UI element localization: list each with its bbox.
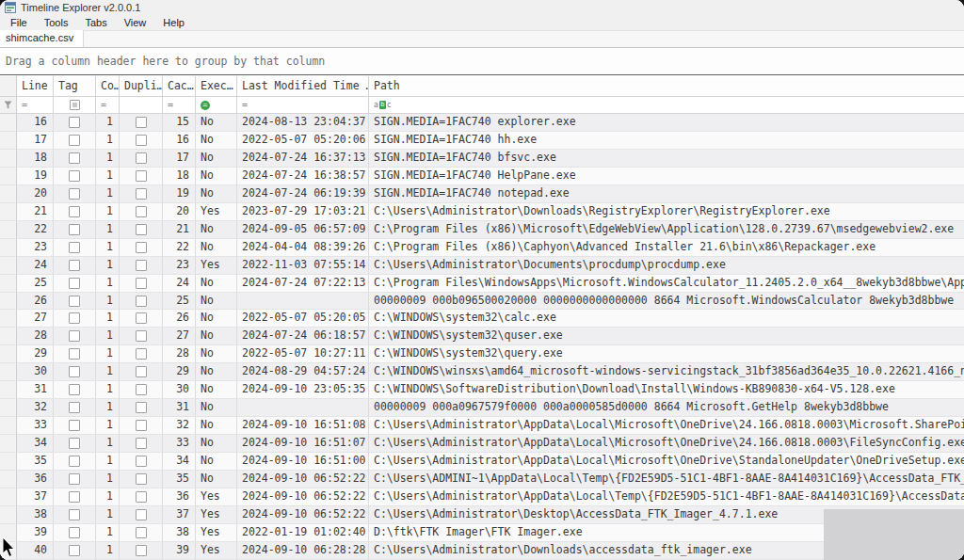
tag-checkbox[interactable]: [69, 545, 80, 556]
table-row[interactable]: 21 1 20 Yes 2023-07-29 17:03:21 C:\Users…: [0, 203, 964, 221]
tag-checkbox[interactable]: [69, 242, 80, 253]
tag-checkbox[interactable]: [69, 348, 80, 360]
filter-line[interactable]: =: [17, 97, 54, 113]
column-header-line[interactable]: Line: [17, 76, 54, 96]
table-row[interactable]: 32 1 31 No 00000009 000a0967579f0000 000…: [0, 399, 964, 417]
tag-checkbox[interactable]: [69, 296, 80, 307]
filter-count[interactable]: =: [96, 97, 120, 113]
table-row[interactable]: 23 1 22 No 2024-04-04 08:39:26 C:\Progra…: [0, 239, 964, 257]
tag-checkbox[interactable]: [69, 420, 80, 431]
tag-checkbox[interactable]: [69, 312, 80, 324]
duplicate-checkbox[interactable]: [136, 473, 147, 485]
duplicate-checkbox[interactable]: [136, 206, 147, 217]
tag-checkbox[interactable]: [69, 402, 80, 413]
tag-checkbox[interactable]: [69, 206, 80, 217]
tag-checkbox[interactable]: [69, 509, 80, 520]
tag-checkbox[interactable]: [69, 152, 80, 164]
table-row[interactable]: 31 1 30 No 2024-09-10 23:05:35 C:\WINDOW…: [0, 381, 964, 399]
duplicate-checkbox[interactable]: [136, 527, 147, 538]
duplicate-checkbox[interactable]: [136, 135, 147, 146]
table-row[interactable]: 28 1 27 No 2024-07-24 06:18:57 C:\WINDOW…: [0, 328, 964, 345]
duplicate-checkbox[interactable]: [136, 456, 147, 467]
tag-checkbox[interactable]: [69, 473, 80, 485]
duplicate-checkbox[interactable]: [136, 117, 147, 128]
column-header-duplicate[interactable]: Dupli…: [120, 76, 163, 96]
filter-path[interactable]: abc: [369, 97, 964, 113]
tag-checkbox[interactable]: [69, 366, 80, 377]
duplicate-checkbox[interactable]: [136, 420, 147, 431]
table-row[interactable]: 34 1 33 No 2024-09-10 16:51:07 C:\Users\…: [0, 435, 964, 453]
duplicate-checkbox[interactable]: [136, 170, 147, 182]
tag-checkbox[interactable]: [69, 456, 80, 467]
table-row[interactable]: 27 1 26 No 2022-05-07 05:20:05 C:\WINDOW…: [0, 310, 964, 328]
table-row[interactable]: 33 1 32 No 2024-09-10 16:51:08 C:\Users\…: [0, 417, 964, 435]
duplicate-checkbox[interactable]: [136, 384, 147, 395]
table-row[interactable]: 18 1 17 No 2024-07-24 16:37:13 SIGN.MEDI…: [0, 150, 964, 168]
duplicate-checkbox[interactable]: [136, 224, 147, 235]
duplicate-checkbox[interactable]: [136, 188, 147, 200]
duplicate-checkbox[interactable]: [136, 438, 147, 449]
tag-checkbox[interactable]: [69, 170, 80, 182]
tag-checkbox[interactable]: [69, 188, 80, 200]
duplicate-checkbox[interactable]: [136, 348, 147, 360]
table-row[interactable]: 20 1 19 No 2024-07-24 06:19:39 SIGN.MEDI…: [0, 185, 964, 203]
duplicate-checkbox[interactable]: [136, 312, 147, 324]
tab-shimcache-csv[interactable]: shimcache.csv: [0, 30, 84, 47]
table-row[interactable]: 40 1 39 Yes 2024-09-10 06:28:28 C:\Users…: [0, 542, 964, 560]
duplicate-checkbox[interactable]: [136, 366, 147, 377]
menu-view[interactable]: View: [116, 15, 155, 30]
duplicate-checkbox[interactable]: [136, 509, 147, 520]
column-header-tag[interactable]: Tag: [54, 76, 96, 96]
table-row[interactable]: 24 1 23 Yes 2022-11-03 07:55:14 C:\Users…: [0, 257, 964, 275]
group-by-panel[interactable]: Drag a column header here to group by th…: [0, 48, 964, 75]
filter-funnel-cell[interactable]: [0, 97, 17, 113]
tag-checkbox[interactable]: [69, 384, 80, 395]
table-row[interactable]: 25 1 24 No 2024-07-24 07:22:13 C:\Progra…: [0, 275, 964, 293]
column-header-path[interactable]: Path: [369, 76, 964, 96]
tag-checkbox[interactable]: [69, 438, 80, 449]
menu-help[interactable]: Help: [154, 15, 193, 30]
tag-checkbox[interactable]: [69, 330, 80, 342]
column-header-cache[interactable]: Cac…: [163, 76, 196, 96]
duplicate-checkbox[interactable]: [136, 330, 147, 342]
table-row[interactable]: 26 1 25 No 00000009 000b096500020000 000…: [0, 293, 964, 311]
table-row[interactable]: 16 1 15 No 2024-08-13 23:04:37 SIGN.MEDI…: [0, 114, 964, 132]
table-row[interactable]: 37 1 36 Yes 2024-09-10 06:52:22 C:\Users…: [0, 488, 964, 506]
tag-checkbox[interactable]: [69, 527, 80, 538]
table-row[interactable]: 17 1 16 No 2022-05-07 05:20:06 SIGN.MEDI…: [0, 132, 964, 150]
duplicate-checkbox[interactable]: [136, 152, 147, 164]
table-row[interactable]: 35 1 34 No 2024-09-10 16:51:00 C:\Users\…: [0, 453, 964, 471]
table-row[interactable]: 22 1 21 No 2024-09-05 06:57:09 C:\Progra…: [0, 221, 964, 239]
menu-tools[interactable]: Tools: [36, 15, 77, 30]
table-row[interactable]: 30 1 29 No 2024-08-29 04:57:24 C:\WINDOW…: [0, 363, 964, 381]
duplicate-checkbox[interactable]: [136, 260, 147, 271]
filter-last-modified[interactable]: =: [237, 97, 369, 113]
column-header-count[interactable]: Co…: [96, 76, 120, 96]
cell-path: C:\Users\ADMINI~1\AppData\Local\Temp\{FD…: [369, 471, 964, 488]
column-header-last-modified[interactable]: Last Modified Time …: [237, 76, 369, 96]
table-row[interactable]: 36 1 35 No 2024-09-10 06:52:22 C:\Users\…: [0, 471, 964, 488]
duplicate-checkbox[interactable]: [136, 242, 147, 253]
duplicate-checkbox[interactable]: [136, 491, 147, 503]
filter-duplicate[interactable]: [120, 97, 163, 113]
tag-checkbox[interactable]: [69, 278, 80, 289]
duplicate-checkbox[interactable]: [136, 278, 147, 289]
tag-checkbox[interactable]: [69, 224, 80, 235]
filter-executed[interactable]: =: [196, 97, 237, 113]
filter-tag[interactable]: [54, 97, 96, 113]
menu-file[interactable]: File: [2, 15, 36, 30]
table-row[interactable]: 39 1 38 Yes 2022-01-19 01:02:40 D:\ftk\F…: [0, 524, 964, 542]
tag-checkbox[interactable]: [69, 135, 80, 146]
tag-checkbox[interactable]: [69, 117, 80, 128]
table-row[interactable]: 38 1 37 Yes 2024-09-10 06:52:22 C:\Users…: [0, 506, 964, 524]
table-row[interactable]: 19 1 18 No 2024-07-24 16:38:57 SIGN.MEDI…: [0, 168, 964, 185]
duplicate-checkbox[interactable]: [136, 545, 147, 556]
table-row[interactable]: 29 1 28 No 2022-05-07 10:27:11 C:\WINDOW…: [0, 345, 964, 363]
menu-tabs[interactable]: Tabs: [76, 15, 115, 30]
tag-checkbox[interactable]: [69, 491, 80, 503]
tag-checkbox[interactable]: [69, 260, 80, 271]
filter-cache[interactable]: =: [163, 97, 196, 113]
duplicate-checkbox[interactable]: [136, 296, 147, 307]
column-header-executed[interactable]: Exec…: [196, 76, 237, 96]
duplicate-checkbox[interactable]: [136, 402, 147, 413]
